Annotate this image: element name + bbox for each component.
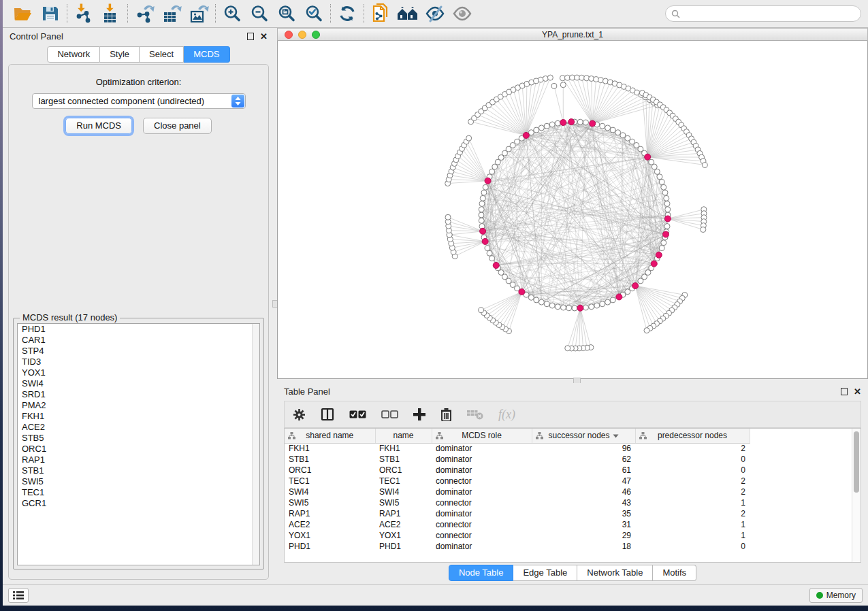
mcds-result-item[interactable]: SWI4 xyxy=(18,378,259,389)
network-view-titlebar[interactable]: YPA_prune.txt_1 xyxy=(277,28,868,41)
table-cell[interactable]: 96 xyxy=(532,443,635,454)
table-cell[interactable]: FKH1 xyxy=(375,443,432,454)
column-header-name[interactable]: name xyxy=(375,429,432,443)
table-cell[interactable]: connector xyxy=(432,476,532,486)
tab-mcds[interactable]: MCDS xyxy=(184,46,229,63)
mcds-result-item[interactable]: ORC1 xyxy=(18,444,259,455)
add-button[interactable] xyxy=(413,408,425,420)
tab-motifs[interactable]: Motifs xyxy=(653,565,696,581)
import-network-button[interactable] xyxy=(70,2,97,25)
export-table-button[interactable] xyxy=(158,2,185,25)
table-cell[interactable]: ACE2 xyxy=(285,519,375,530)
tab-style[interactable]: Style xyxy=(100,46,140,63)
zoom-in-button[interactable] xyxy=(219,2,246,25)
table-cell[interactable]: PHD1 xyxy=(285,541,375,552)
table-cell[interactable]: dominator xyxy=(432,486,532,497)
open-file-button[interactable] xyxy=(10,2,37,25)
table-cell[interactable]: 0 xyxy=(635,541,750,552)
table-cell[interactable]: 2 xyxy=(635,486,750,497)
column-header-MCDS-role[interactable]: MCDS role xyxy=(432,429,532,443)
table-cell[interactable]: connector xyxy=(432,530,532,541)
table-cell[interactable]: 61 xyxy=(532,465,635,476)
deselect-all-button[interactable] xyxy=(381,410,398,419)
export-image-button[interactable] xyxy=(185,2,212,25)
zoom-fit-button[interactable] xyxy=(273,2,300,25)
refresh-button[interactable] xyxy=(334,2,361,25)
search-input[interactable] xyxy=(684,9,855,18)
export-network-button[interactable] xyxy=(131,2,158,25)
mcds-result-item[interactable]: GCR1 xyxy=(18,498,259,509)
mcds-result-item[interactable]: YOX1 xyxy=(18,367,259,378)
table-cell[interactable]: 0 xyxy=(635,465,750,476)
mcds-result-item[interactable]: TID3 xyxy=(18,357,259,367)
table-cell[interactable]: connector xyxy=(432,519,532,530)
close-panel-button[interactable]: Close panel xyxy=(143,118,212,134)
table-row[interactable]: RAP1RAP1dominator352 xyxy=(285,508,750,519)
table-cell[interactable]: 1 xyxy=(635,530,750,541)
table-cell[interactable]: RAP1 xyxy=(375,508,432,519)
network-graph[interactable] xyxy=(278,41,867,378)
table-cell[interactable]: PHD1 xyxy=(375,541,432,552)
close-panel-icon[interactable]: ✕ xyxy=(260,33,268,40)
table-cell[interactable]: 0 xyxy=(635,454,750,465)
table-row[interactable]: TEC1TEC1connector472 xyxy=(285,476,750,486)
show-all-button[interactable] xyxy=(449,2,476,25)
table-row[interactable]: ACE2ACE2connector311 xyxy=(285,519,750,530)
table-row[interactable]: SWI5SWI5connector431 xyxy=(285,497,750,508)
optimization-criterion-select[interactable]: largest connected component (undirected) xyxy=(32,93,246,109)
table-cell[interactable]: STB1 xyxy=(375,454,432,465)
table-cell[interactable]: dominator xyxy=(432,465,532,476)
float-panel-icon[interactable] xyxy=(841,388,848,395)
delete-button[interactable] xyxy=(440,408,452,421)
table-cell[interactable]: 1 xyxy=(635,519,750,530)
search-box[interactable] xyxy=(665,5,861,22)
table-cell[interactable]: 46 xyxy=(532,486,635,497)
table-cell[interactable]: ORC1 xyxy=(375,465,432,476)
task-history-button[interactable] xyxy=(8,588,29,603)
select-all-button[interactable] xyxy=(349,410,366,419)
table-cell[interactable]: 29 xyxy=(532,530,635,541)
column-header-predecessor-nodes[interactable]: predecessor nodes xyxy=(635,429,750,443)
table-row[interactable]: YOX1YOX1connector291 xyxy=(285,530,750,541)
table-cell[interactable]: 18 xyxy=(532,541,635,552)
import-table-button[interactable] xyxy=(97,2,125,25)
tab-network-table[interactable]: Network Table xyxy=(577,565,653,581)
mcds-result-item[interactable]: FKH1 xyxy=(18,411,259,422)
tab-network[interactable]: Network xyxy=(47,46,100,63)
table-cell[interactable]: dominator xyxy=(432,508,532,519)
table-row[interactable]: PHD1PHD1dominator180 xyxy=(285,541,750,552)
table-cell[interactable]: dominator xyxy=(432,454,532,465)
mcds-result-item[interactable]: STB5 xyxy=(18,433,259,444)
mcds-result-item[interactable]: ACE2 xyxy=(18,422,259,433)
mcds-list-scrollbar[interactable] xyxy=(252,324,259,565)
table-cell[interactable]: 62 xyxy=(532,454,635,465)
table-cell[interactable]: YOX1 xyxy=(375,530,432,541)
hide-selected-button[interactable] xyxy=(421,2,449,25)
mcds-result-item[interactable]: CAR1 xyxy=(18,335,259,346)
zoom-out-button[interactable] xyxy=(246,2,273,25)
table-cell[interactable]: 2 xyxy=(635,443,750,454)
table-cell[interactable]: 2 xyxy=(635,508,750,519)
table-cell[interactable]: 43 xyxy=(532,497,635,508)
table-cell[interactable]: 31 xyxy=(532,519,635,530)
table-cell[interactable]: dominator xyxy=(432,443,532,454)
table-cell[interactable]: SWI4 xyxy=(285,486,375,497)
show-column-button[interactable] xyxy=(321,408,334,421)
mcds-result-item[interactable]: STP4 xyxy=(18,346,259,357)
table-cell[interactable]: 35 xyxy=(532,508,635,519)
table-row[interactable]: ORC1ORC1dominator610 xyxy=(285,465,750,476)
tab-select[interactable]: Select xyxy=(140,46,184,63)
table-cell[interactable]: SWI5 xyxy=(285,497,375,508)
table-cell[interactable]: STB1 xyxy=(285,454,375,465)
float-panel-icon[interactable] xyxy=(247,33,254,40)
mcds-result-item[interactable]: PHD1 xyxy=(18,324,259,335)
memory-button[interactable]: Memory xyxy=(809,588,863,603)
table-cell[interactable]: ACE2 xyxy=(375,519,432,530)
table-cell[interactable]: 1 xyxy=(635,497,750,508)
mcds-result-item[interactable]: STB1 xyxy=(18,465,259,476)
mcds-result-item[interactable]: SRD1 xyxy=(18,389,259,400)
table-cell[interactable]: SWI5 xyxy=(375,497,432,508)
mcds-result-item[interactable]: TEC1 xyxy=(18,487,259,498)
tab-edge-table[interactable]: Edge Table xyxy=(513,565,577,581)
column-header-shared-name[interactable]: shared name xyxy=(285,429,375,443)
